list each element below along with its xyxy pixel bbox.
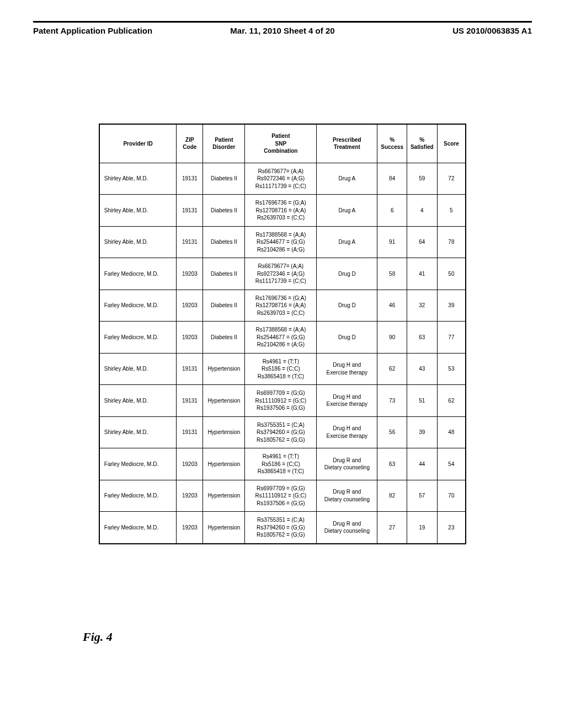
cell-snp: Rs6997709 = (G;G)Rs11110912 = (G;C)Rs193… xyxy=(245,480,317,512)
header-sheet-info: Mar. 11, 2010 Sheet 4 of 20 xyxy=(199,26,365,35)
cell-success: 91 xyxy=(377,226,407,258)
cell-provider: Shirley Able, M.D. xyxy=(99,163,177,195)
cell-snp: Rs4961 = (T;T)Rs5186 = (C;C)Rs3865418 = … xyxy=(245,353,317,385)
cell-treatment: Drug A xyxy=(317,163,377,195)
cell-score: 50 xyxy=(437,258,466,290)
cell-snp: Rs6997709 = (G;G)Rs11110912 = (G;C)Rs193… xyxy=(245,385,317,417)
cell-success: 84 xyxy=(377,163,407,195)
cell-zip: 19131 xyxy=(177,353,203,385)
figure-label: Fig. 4 xyxy=(83,630,113,644)
col-provider-id: Provider ID xyxy=(99,124,177,163)
cell-satisfied: 41 xyxy=(407,258,437,290)
table-row: Shirley Able, M.D.19131HypertensionRs375… xyxy=(99,416,466,448)
cell-success: 63 xyxy=(377,448,407,480)
cell-score: 53 xyxy=(437,353,466,385)
cell-treatment: Drug H andExercise therapy xyxy=(317,416,377,448)
cell-treatment: Drug H andExercise therapy xyxy=(317,385,377,417)
cell-snp: Rs6679677= (A;A)Rs9272346 = (A;G)Rs11171… xyxy=(245,163,317,195)
table-row: Farley Mediocre, M.D.19203HypertensionRs… xyxy=(99,480,466,512)
cell-score: 77 xyxy=(437,322,466,354)
table-row: Shirley Able, M.D.19131Diabetes IIRs6679… xyxy=(99,163,466,195)
col-score: Score xyxy=(437,124,466,163)
cell-provider: Shirley Able, M.D. xyxy=(99,195,177,227)
cell-satisfied: 44 xyxy=(407,448,437,480)
cell-satisfied: 43 xyxy=(407,353,437,385)
cell-satisfied: 19 xyxy=(407,512,437,544)
cell-success: 62 xyxy=(377,353,407,385)
cell-zip: 19203 xyxy=(177,322,203,354)
cell-disorder: Hypertension xyxy=(203,480,245,512)
cell-disorder: Hypertension xyxy=(203,416,245,448)
cell-provider: Farley Mediocre, M.D. xyxy=(99,480,177,512)
cell-disorder: Diabetes II xyxy=(203,195,245,227)
cell-success: 90 xyxy=(377,322,407,354)
cell-success: 6 xyxy=(377,195,407,227)
cell-success: 58 xyxy=(377,258,407,290)
table-row: Farley Mediocre, M.D.19203Diabetes IIRs1… xyxy=(99,322,466,354)
table-row: Shirley Able, M.D.19131HypertensionRs699… xyxy=(99,385,466,417)
cell-snp: Rs17388568 = (A;A)Rs2544677 = (G;G)Rs210… xyxy=(245,322,317,354)
cell-score: 39 xyxy=(437,290,466,322)
cell-zip: 19131 xyxy=(177,163,203,195)
cell-provider: Farley Mediocre, M.D. xyxy=(99,448,177,480)
cell-treatment: Drug H andExercise therapy xyxy=(317,353,377,385)
header-doc-number: US 2010/0063835 A1 xyxy=(366,26,532,35)
cell-satisfied: 57 xyxy=(407,480,437,512)
cell-provider: Farley Mediocre, M.D. xyxy=(99,322,177,354)
cell-success: 46 xyxy=(377,290,407,322)
table-row: Shirley Able, M.D.19131Diabetes IIRs1738… xyxy=(99,226,466,258)
cell-success: 82 xyxy=(377,480,407,512)
cell-disorder: Diabetes II xyxy=(203,290,245,322)
table-body: Shirley Able, M.D.19131Diabetes IIRs6679… xyxy=(99,163,466,544)
cell-satisfied: 4 xyxy=(407,195,437,227)
cell-success: 27 xyxy=(377,512,407,544)
col-success: %Success xyxy=(377,124,407,163)
cell-provider: Farley Mediocre, M.D. xyxy=(99,290,177,322)
cell-score: 78 xyxy=(437,226,466,258)
table-row: Shirley Able, M.D.19131HypertensionRs496… xyxy=(99,353,466,385)
table-row: Farley Mediocre, M.D.19203HypertensionRs… xyxy=(99,448,466,480)
cell-disorder: Hypertension xyxy=(203,353,245,385)
cell-success: 56 xyxy=(377,416,407,448)
cell-treatment: Drug A xyxy=(317,195,377,227)
cell-snp: Rs17696736 = (G;A)Rs12708716 = (A;A)Rs26… xyxy=(245,290,317,322)
col-zip: ZIPCode xyxy=(177,124,203,163)
provider-data-table: Provider ID ZIPCode PatientDisorder Pati… xyxy=(99,124,466,544)
header-publication: Patent Application Publication xyxy=(33,26,199,35)
cell-provider: Farley Mediocre, M.D. xyxy=(99,258,177,290)
cell-zip: 19131 xyxy=(177,416,203,448)
cell-score: 54 xyxy=(437,448,466,480)
cell-satisfied: 39 xyxy=(407,416,437,448)
cell-provider: Farley Mediocre, M.D. xyxy=(99,512,177,544)
cell-score: 5 xyxy=(437,195,466,227)
cell-score: 48 xyxy=(437,416,466,448)
col-disorder: PatientDisorder xyxy=(203,124,245,163)
patent-page: Patent Application Publication Mar. 11, … xyxy=(0,21,565,728)
table-row: Farley Mediocre, M.D.19203HypertensionRs… xyxy=(99,512,466,544)
cell-zip: 19203 xyxy=(177,258,203,290)
cell-treatment: Drug A xyxy=(317,226,377,258)
cell-treatment: Drug D xyxy=(317,322,377,354)
cell-zip: 19131 xyxy=(177,226,203,258)
cell-snp: Rs3755351 = (C;A)Rs3794260 = (G;G)Rs1805… xyxy=(245,416,317,448)
cell-treatment: Drug D xyxy=(317,258,377,290)
cell-zip: 19203 xyxy=(177,512,203,544)
cell-snp: Rs3755351 = (C;A)Rs3794260 = (G;G)Rs1805… xyxy=(245,512,317,544)
cell-zip: 19203 xyxy=(177,290,203,322)
cell-snp: Rs17696736 = (G;A)Rs12708716 = (A;A)Rs26… xyxy=(245,195,317,227)
cell-satisfied: 63 xyxy=(407,322,437,354)
cell-provider: Shirley Able, M.D. xyxy=(99,385,177,417)
cell-score: 72 xyxy=(437,163,466,195)
cell-disorder: Hypertension xyxy=(203,512,245,544)
cell-zip: 19131 xyxy=(177,385,203,417)
cell-zip: 19203 xyxy=(177,448,203,480)
col-snp: PatientSNPCombination xyxy=(245,124,317,163)
cell-snp: Rs6679677= (A;A)Rs9272346 = (A;G)Rs11171… xyxy=(245,258,317,290)
cell-zip: 19203 xyxy=(177,480,203,512)
cell-provider: Shirley Able, M.D. xyxy=(99,416,177,448)
cell-disorder: Hypertension xyxy=(203,385,245,417)
cell-satisfied: 32 xyxy=(407,290,437,322)
cell-disorder: Diabetes II xyxy=(203,258,245,290)
cell-provider: Shirley Able, M.D. xyxy=(99,226,177,258)
cell-disorder: Hypertension xyxy=(203,448,245,480)
